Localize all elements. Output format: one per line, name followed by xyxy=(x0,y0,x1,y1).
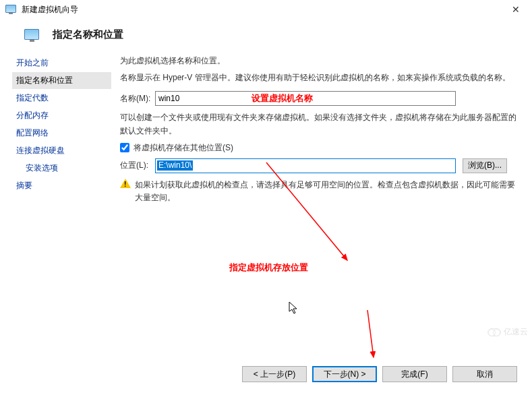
page-heading: 指定名称和位置 xyxy=(53,28,123,41)
step-summary[interactable]: 摘要 xyxy=(12,177,111,194)
next-button[interactable]: 下一步(N) > xyxy=(312,366,377,382)
step-virtual-disk[interactable]: 连接虚拟硬盘 xyxy=(12,142,111,159)
store-elsewhere-row: 将虚拟机存储在其他位置(S) xyxy=(120,142,517,154)
watermark-text: 亿速云 xyxy=(504,326,528,338)
finish-button[interactable]: 完成(F) xyxy=(382,366,447,382)
svg-line-0 xyxy=(266,162,347,260)
name-row: 名称(M): 设置虚拟机名称 xyxy=(120,91,517,106)
name-label: 名称(M): xyxy=(120,92,155,105)
window-title: 新建虚拟机向导 xyxy=(22,4,78,16)
intro-text: 为此虚拟机选择名称和位置。 xyxy=(120,55,517,67)
prev-button[interactable]: < 上一步(P) xyxy=(242,366,307,382)
browse-button[interactable]: 浏览(B)... xyxy=(463,158,507,173)
wizard-steps: 开始之前 指定名称和位置 指定代数 分配内存 配置网络 连接虚拟硬盘 安装选项 … xyxy=(0,48,115,204)
close-button[interactable]: ✕ xyxy=(502,1,529,18)
step-network[interactable]: 配置网络 xyxy=(12,125,111,142)
warning-text: 如果计划获取此虚拟机的检查点，请选择具有足够可用空间的位置。检查点包含虚拟机数据… xyxy=(135,179,517,204)
cancel-button[interactable]: 取消 xyxy=(452,366,517,382)
warning-row: 如果计划获取此虚拟机的检查点，请选择具有足够可用空间的位置。检查点包含虚拟机数据… xyxy=(120,179,517,204)
annotation-location: 指定虚拟机存放位置 xyxy=(229,261,308,275)
wizard-buttons: < 上一步(P) 下一步(N) > 完成(F) 取消 xyxy=(242,366,517,382)
sub-text: 名称显示在 Hyper-V 管理器中。建议你使用有助于轻松识别此虚拟机的名称，如… xyxy=(120,71,517,84)
svg-line-1 xyxy=(367,310,374,357)
store-elsewhere-label: 将虚拟机存储在其他位置(S) xyxy=(134,142,233,154)
store-elsewhere-checkbox[interactable] xyxy=(120,143,129,152)
titlebar: 新建虚拟机向导 ✕ xyxy=(0,0,532,19)
step-memory[interactable]: 分配内存 xyxy=(12,107,111,124)
wizard-header: 指定名称和位置 xyxy=(0,19,532,48)
step-generation[interactable]: 指定代数 xyxy=(12,90,111,107)
step-before-begin[interactable]: 开始之前 xyxy=(12,55,111,71)
name-input[interactable] xyxy=(155,91,456,106)
annotation-arrow-next xyxy=(361,307,388,364)
step-install-options[interactable]: 安装选项 xyxy=(12,160,111,177)
location-value: E:\win10\ xyxy=(157,160,193,171)
cursor-icon xyxy=(289,301,299,318)
warning-icon xyxy=(120,179,131,189)
location-input[interactable]: E:\win10\ xyxy=(155,158,456,173)
step-name-location[interactable]: 指定名称和位置 xyxy=(12,72,111,89)
folder-hint: 可以创建一个文件夹或使用现有文件夹来存储虚拟机。如果没有选择文件夹，虚拟机将存储… xyxy=(120,111,517,137)
watermark: 亿速云 xyxy=(487,326,528,338)
watermark-icon xyxy=(487,328,501,336)
location-row: 位置(L): E:\win10\ 浏览(B)... xyxy=(120,158,517,173)
wizard-main: 为此虚拟机选择名称和位置。 名称显示在 Hyper-V 管理器中。建议你使用有助… xyxy=(115,48,532,204)
location-label: 位置(L): xyxy=(120,159,155,172)
wizard-icon xyxy=(24,29,39,41)
app-icon xyxy=(5,5,16,14)
